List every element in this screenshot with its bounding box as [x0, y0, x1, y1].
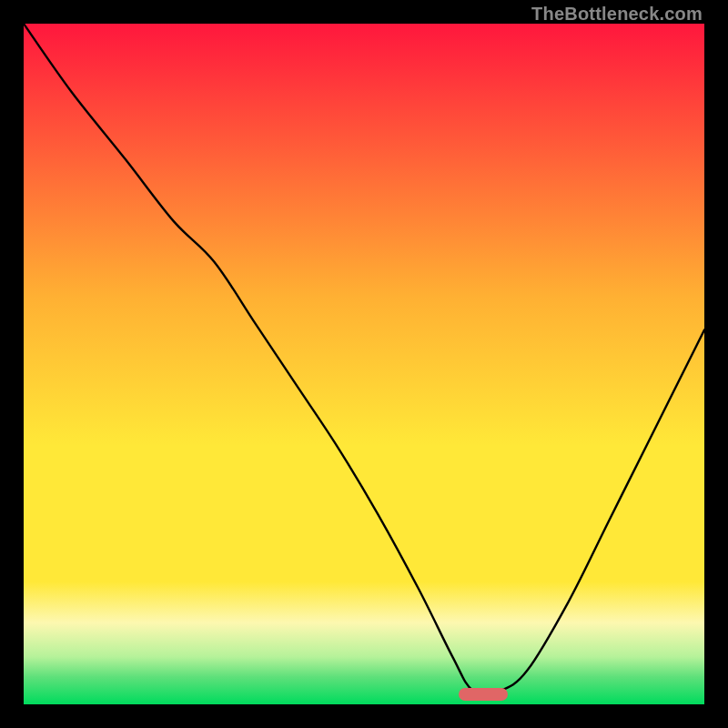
chart-frame: TheBottleneck.com: [0, 0, 728, 728]
watermark-text: TheBottleneck.com: [531, 4, 703, 25]
optimal-marker: [459, 688, 508, 701]
plot-area: [24, 24, 704, 704]
heat-gradient-background: [24, 24, 704, 704]
